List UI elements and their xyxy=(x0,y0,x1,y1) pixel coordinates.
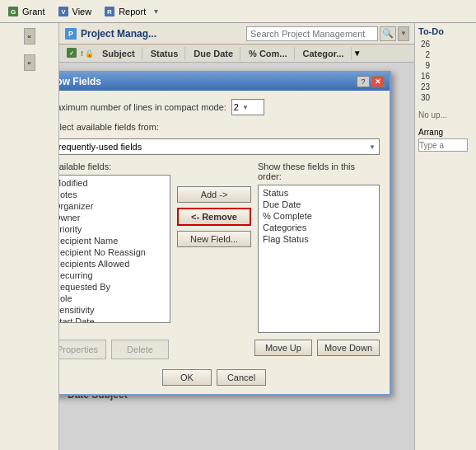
show-list-item[interactable]: Status xyxy=(260,187,377,199)
props-del-group: Properties Delete xyxy=(59,340,169,359)
cal-row: 26 xyxy=(418,40,473,49)
header-title: Project Manag... xyxy=(81,28,156,40)
list-item[interactable]: Recurring xyxy=(59,270,168,281)
properties-button[interactable]: Properties xyxy=(59,340,106,359)
view-icon: V xyxy=(57,5,70,18)
left-nav: « xyxy=(24,53,35,73)
new-field-button[interactable]: New Field... xyxy=(177,231,251,247)
remove-button[interactable]: <- Remove xyxy=(177,208,251,226)
collapse-btn-2[interactable]: « xyxy=(24,54,35,71)
show-fields-panel: Show these fields in this order: Status … xyxy=(258,162,380,333)
show-list-item[interactable]: % Complete xyxy=(260,210,377,222)
dialog-titlebar: Show Fields ? ✕ xyxy=(59,73,390,91)
grant-icon: G xyxy=(7,5,20,18)
list-item[interactable]: Priority xyxy=(59,223,168,235)
status-col-header[interactable]: Status xyxy=(144,47,186,60)
subject-col-header[interactable]: Subject xyxy=(96,47,142,60)
show-list-item[interactable]: Categories xyxy=(260,222,377,233)
show-list-item[interactable]: Due Date xyxy=(260,199,377,210)
column-headers: ✓ ! 🔒 Subject Status Due Date % Com... C… xyxy=(59,45,414,63)
available-fields-label: Available fields: xyxy=(59,162,170,171)
move-up-button[interactable]: Move Up xyxy=(254,340,312,356)
list-item[interactable]: Recipients Allowed xyxy=(59,258,168,270)
right-panel: To-Do 26 2 9 16 23 30 No up... Arrang xyxy=(414,23,476,450)
search-dropdown[interactable]: ▼ xyxy=(398,26,409,41)
arrange-label: Arrang xyxy=(418,128,473,137)
cal-row: 23 xyxy=(418,82,473,91)
list-item[interactable]: Recipient Name xyxy=(59,235,168,246)
ok-button[interactable]: OK xyxy=(162,369,212,386)
content-area: Date Subject Show Fields ? ✕ xyxy=(59,63,414,450)
category-col-header[interactable]: Categor... xyxy=(296,47,352,60)
col-icon: ✓ xyxy=(66,47,79,60)
filter-icon[interactable]: ▼ xyxy=(353,49,362,58)
dialog-body: Maximum number of lines in compact mode:… xyxy=(59,91,390,394)
collapse-btn-1[interactable]: « xyxy=(24,28,35,45)
compact-select-arrow: ▼ xyxy=(242,104,249,111)
dialog-controls: ? ✕ xyxy=(357,76,385,87)
dropdown-arrow: ▾ xyxy=(154,7,158,16)
pct-complete-col-header[interactable]: % Com... xyxy=(242,47,294,60)
app-container: « « P Project Manag... 🔍 ▼ xyxy=(0,23,476,450)
right-panel-title: To-Do xyxy=(418,26,473,36)
select-from-value: Frequently-used fields xyxy=(59,142,142,152)
arrange-input[interactable] xyxy=(418,138,468,152)
list-item[interactable]: Owner xyxy=(59,212,168,223)
flag-icon: ! xyxy=(81,49,83,58)
cal-num: 26 xyxy=(418,40,430,49)
close-button[interactable]: ✕ xyxy=(371,76,385,87)
search-button[interactable]: 🔍 xyxy=(380,26,396,41)
move-buttons-group: Move Up Move Down xyxy=(254,340,380,356)
cal-num: 9 xyxy=(418,61,430,70)
grant-menu[interactable]: G Grant xyxy=(3,3,49,20)
move-down-button[interactable]: Move Down xyxy=(317,340,380,356)
dialog-title: Show Fields xyxy=(59,76,101,87)
svg-text:R: R xyxy=(107,8,112,16)
help-button[interactable]: ? xyxy=(357,76,370,87)
list-item[interactable]: Notes xyxy=(59,189,168,200)
show-list-item[interactable]: Flag Status xyxy=(260,233,377,245)
view-menu[interactable]: V View xyxy=(54,3,96,20)
select-from-dropdown[interactable]: Frequently-used fields ▼ xyxy=(59,138,380,155)
cancel-button[interactable]: Cancel xyxy=(217,369,266,386)
report-menu[interactable]: R Report xyxy=(100,3,149,20)
svg-text:✓: ✓ xyxy=(69,50,74,56)
select-from-arrow: ▼ xyxy=(369,143,376,151)
due-date-col-header[interactable]: Due Date xyxy=(187,47,240,60)
arrange-section: Arrang xyxy=(418,128,473,152)
action-buttons-row: Properties Delete Move Up Move Down xyxy=(59,340,380,363)
compact-mode-value: 2 xyxy=(234,102,239,112)
svg-text:P: P xyxy=(68,30,73,38)
cal-num: 2 xyxy=(418,50,430,59)
add-button[interactable]: Add -> xyxy=(177,186,251,203)
show-fields-list[interactable]: Status Due Date % Complete Categories Fl… xyxy=(258,185,380,333)
svg-text:G: G xyxy=(11,8,16,16)
list-item[interactable]: Sensitivity xyxy=(59,304,168,316)
search-input[interactable] xyxy=(246,26,378,41)
list-item[interactable]: Requested By xyxy=(59,281,168,293)
list-item[interactable]: Recipient No Reassign xyxy=(59,246,168,258)
top-toolbar: G Grant V View R Report ▾ xyxy=(0,0,476,23)
lock-icon: 🔒 xyxy=(85,49,94,58)
compact-mode-select[interactable]: 2 ▼ xyxy=(231,99,264,115)
compact-mode-label: Maximum number of lines in compact mode: xyxy=(59,102,226,112)
ok-cancel-row: OK Cancel xyxy=(59,369,380,386)
cal-row: 30 xyxy=(418,93,473,102)
available-fields-list[interactable]: Modified Notes Organizer Owner Priority … xyxy=(59,175,170,323)
search-icon: 🔍 xyxy=(382,28,394,39)
left-panel: « « xyxy=(0,23,59,450)
delete-button[interactable]: Delete xyxy=(111,340,169,359)
modal-overlay: Show Fields ? ✕ Maximum number of lines … xyxy=(59,63,414,450)
report-icon: R xyxy=(103,5,116,18)
list-item[interactable]: Role xyxy=(59,293,168,304)
cal-row: 2 xyxy=(418,50,473,59)
chevron-down-icon: ▼ xyxy=(400,30,407,37)
cal-num: 30 xyxy=(418,93,430,102)
main-area: P Project Manag... 🔍 ▼ ✓ ! 🔒 Subject Sta… xyxy=(59,23,414,450)
list-item[interactable]: Organizer xyxy=(59,200,168,212)
list-item[interactable]: Start Date xyxy=(59,316,168,323)
show-fields-label: Show these fields in this order: xyxy=(258,162,380,181)
list-item[interactable]: Modified xyxy=(59,177,168,189)
middle-buttons: Add -> <- Remove New Field... xyxy=(177,162,251,333)
svg-text:V: V xyxy=(61,8,66,16)
